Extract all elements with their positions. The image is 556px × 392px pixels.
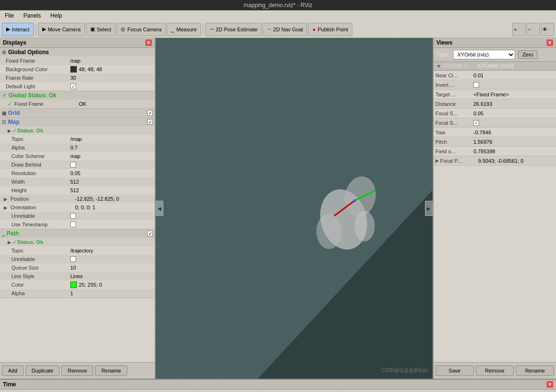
views-rename-button[interactable]: Rename	[516, 365, 554, 376]
views-invert-checkbox[interactable]	[473, 82, 479, 88]
views-focal-s1-value[interactable]: 0.05	[473, 111, 483, 116]
map-icon: ☷	[2, 120, 6, 125]
menu-help[interactable]: Help	[47, 11, 65, 20]
path-queue-size-label: Queue Size	[4, 265, 70, 271]
map-header[interactable]: ☷ Map ✓	[0, 118, 155, 126]
views-yaw-value[interactable]: -0.7846	[473, 130, 491, 135]
views-target-row: Target ... <Fixed Frame>	[433, 90, 556, 99]
focus-icon: ◎	[121, 26, 125, 32]
views-fov-value[interactable]: 0.785398	[473, 149, 495, 154]
map-label: Map	[8, 119, 19, 125]
path-topic-label: Topic	[4, 248, 70, 253]
menu-file[interactable]: File	[2, 11, 17, 20]
path-line-style-value[interactable]: Lines	[70, 273, 83, 279]
views-footer: Save Remove Rename	[433, 362, 556, 379]
path-alpha-value[interactable]: 1	[70, 290, 73, 296]
rename-button[interactable]: Rename	[95, 365, 127, 376]
views-distance-value[interactable]: 26.6193	[473, 101, 492, 107]
views-distance-row: Distance 26.6193	[433, 99, 556, 109]
expand-icon[interactable]: ▼	[436, 64, 441, 69]
frame-rate-value[interactable]: 30	[70, 75, 76, 81]
map-topic-value[interactable]: /map	[70, 136, 82, 142]
nav-arrow-right[interactable]: ▶	[425, 201, 433, 216]
pose-estimate-button[interactable]: ➙ 2D Pose Estimate	[205, 23, 262, 36]
global-status-label: Global Status: Ok	[9, 92, 57, 99]
map-alpha-row: Alpha 0.7	[0, 143, 155, 152]
path-unreliable-checkbox[interactable]	[70, 256, 76, 262]
path-alpha-row: Alpha 1	[0, 289, 155, 298]
background-color-value: 48; 48; 48	[79, 66, 102, 72]
views-focal-p-label: Focal P...	[440, 158, 478, 164]
views-zero-button[interactable]: Zero	[518, 50, 537, 59]
path-topic-row: Topic /trajectory	[0, 246, 155, 255]
map-height-row: Height 512	[0, 186, 155, 195]
add-button[interactable]: Add	[2, 365, 24, 376]
publish-point-button[interactable]: ● Publish Point	[308, 23, 352, 36]
focal-p-expand[interactable]: ▶	[435, 158, 439, 163]
map-color-scheme-value[interactable]: map	[70, 153, 80, 159]
views-remove-button[interactable]: Remove	[476, 365, 514, 376]
toolbar-eye-btn[interactable]: 👁	[541, 23, 554, 36]
global-fixed-frame-row: ✓ Fixed Frame OK	[0, 100, 155, 108]
map-expand-arrow[interactable]: ▶	[8, 128, 11, 133]
svg-point-6	[354, 211, 375, 241]
frame-rate-label: Frame Rate	[4, 75, 70, 81]
default-light-checkbox[interactable]: ✓	[70, 84, 76, 89]
viewport[interactable]: ◀	[156, 38, 433, 379]
path-queue-size-value[interactable]: 10	[70, 265, 76, 271]
map-checkbox[interactable]: ✓	[147, 119, 153, 125]
views-focal-s2-checkbox[interactable]: ✓	[473, 120, 479, 126]
map-unreliable-checkbox[interactable]	[70, 213, 76, 219]
map-status-check: ✓	[12, 127, 17, 134]
move-camera-button[interactable]: ▶ Move Camera	[38, 23, 85, 36]
interact-button[interactable]: ▶ Interact	[2, 23, 34, 36]
displays-close-btn[interactable]: ✕	[145, 39, 152, 46]
focus-camera-button[interactable]: ◎ Focus Camera	[116, 23, 166, 36]
map-orientation-value: 0; 0; 0; 1	[75, 205, 95, 210]
views-title: Views	[436, 39, 452, 46]
map-use-timestamp-row: Use Timestamp	[0, 220, 155, 229]
fixed-frame-value[interactable]: map	[70, 58, 80, 64]
measure-icon: ⎯	[171, 27, 174, 32]
path-topic-value[interactable]: /trajectory	[70, 248, 93, 253]
time-close-btn[interactable]: ✕	[547, 381, 553, 388]
toolbar-minus-btn[interactable]: −	[527, 23, 540, 36]
menu-panels[interactable]: Panels	[20, 11, 44, 20]
views-close-btn[interactable]: ✕	[547, 39, 553, 46]
views-pitch-value[interactable]: 1.56976	[473, 139, 492, 145]
path-color-swatch[interactable]	[70, 281, 77, 288]
map-draw-behind-checkbox[interactable]	[70, 162, 76, 168]
views-target-value[interactable]: <Fixed Frame>	[473, 92, 509, 97]
map-alpha-value[interactable]: 0.7	[70, 145, 77, 150]
displays-content[interactable]: ⚙ Global Options Fixed Frame map Backgro…	[0, 48, 155, 362]
duplicate-button[interactable]: Duplicate	[26, 365, 60, 376]
views-pitch-label: Pitch	[435, 139, 473, 145]
map-position-arrow[interactable]: ▶	[4, 196, 8, 202]
nav-goal-button[interactable]: ➙ 2D Nav Goal	[263, 23, 307, 36]
global-status-header[interactable]: ✓ Global Status: Ok	[0, 91, 155, 100]
path-line-style-row: Line Style Lines	[0, 272, 155, 280]
path-expand-arrow[interactable]: ▶	[8, 240, 11, 245]
current-view-label: Current V...	[443, 63, 471, 69]
path-header[interactable]: ⎯ Path ✓	[0, 229, 155, 238]
path-checkbox[interactable]: ✓	[147, 231, 153, 236]
background-color-swatch[interactable]	[70, 66, 77, 73]
toolbar-sep-2	[203, 24, 203, 35]
remove-button[interactable]: Remove	[61, 365, 93, 376]
views-type-row: Type: XYOrbit (rviz) Orbit (rviz) TopDow…	[433, 48, 556, 62]
map-orientation-arrow[interactable]: ▶	[4, 205, 8, 210]
select-button[interactable]: ▣ Select	[86, 23, 116, 36]
global-options-header[interactable]: ⚙ Global Options	[0, 48, 155, 56]
frame-rate-row: Frame Rate 30	[0, 74, 155, 82]
grid-header[interactable]: ▣ Grid ✓	[0, 109, 155, 117]
views-near-clip-value[interactable]: 0.01	[473, 73, 483, 78]
path-unreliable-label: Unreliable	[4, 256, 70, 262]
toolbar-plus-btn[interactable]: +	[512, 23, 526, 36]
views-type-select[interactable]: XYOrbit (rviz) Orbit (rviz) TopDownOrtho…	[453, 50, 515, 59]
grid-checkbox[interactable]: ✓	[147, 110, 153, 116]
views-save-button[interactable]: Save	[435, 365, 474, 376]
nav-arrow-left[interactable]: ◀	[156, 201, 163, 216]
path-color-value: 25; 255; 0	[79, 282, 102, 288]
map-use-timestamp-checkbox[interactable]	[70, 222, 76, 227]
measure-button[interactable]: ⎯ Measure	[167, 23, 201, 36]
